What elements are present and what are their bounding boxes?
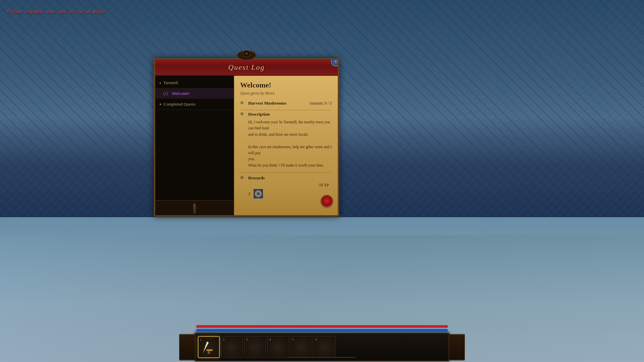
scroll-bar[interactable] [193, 202, 196, 214]
hotbar-slot-5[interactable]: 5 [290, 336, 312, 358]
panel-body: ♦ Tarnmill (1) Welcome! ♥ Completed Ques… [155, 76, 338, 215]
slot-6-number: 6 [315, 337, 317, 341]
description-title: Description [248, 112, 270, 117]
divider-1 [240, 110, 332, 110]
objectives-header: ⚙ Harvest Mushrooms Amount: 0 / 5 [240, 101, 332, 106]
quest-detail-title: Welcome! [240, 81, 332, 89]
objectives-title: Harvest Mushrooms [248, 101, 286, 106]
quest-detail-content: Welcome! Quest given by Herez ⚙ Harvest … [234, 76, 338, 215]
completed-icon: ♥ [159, 102, 162, 106]
slot-3-number: 3 [246, 337, 248, 341]
reward-icon-box [253, 189, 263, 199]
rewards-title: Rewards [248, 175, 265, 181]
hud-bar: 1 [0, 325, 644, 362]
quest-list-items: ♦ Tarnmill (1) Welcome! ♥ Completed Ques… [155, 76, 233, 200]
hotbar-slot-4[interactable]: 4 [267, 336, 289, 358]
objectives-icon: ⚙ [240, 101, 246, 106]
scroll-indicator [288, 357, 356, 358]
slot-4-number: 4 [269, 337, 271, 341]
quest-category-tarnmill[interactable]: ♦ Tarnmill [155, 77, 233, 88]
hotbar: 1 [195, 333, 449, 361]
rewards-header: ⚙ Rewards [240, 175, 332, 181]
description-text: Hi, I welcome you! In Tarnmill, the near… [240, 119, 332, 168]
quest-panel-inner: Quest Log × ♦ Tarnmill (1) Welcome! [154, 59, 339, 216]
svg-point-2 [245, 52, 248, 55]
panel-top-decoration [236, 49, 257, 60]
svg-rect-8 [208, 351, 210, 354]
reward-xp: 50 XP [240, 183, 332, 188]
divider-2 [240, 172, 332, 173]
hotbar-slot-2[interactable]: 2 [221, 336, 243, 358]
slot-5-number: 5 [292, 337, 294, 341]
rewards-icon: ⚙ [240, 175, 246, 181]
quest-list: ♦ Tarnmill (1) Welcome! ♥ Completed Ques… [155, 76, 234, 215]
quest-panel: Quest Log × ♦ Tarnmill (1) Welcome! [154, 59, 339, 216]
svg-point-5 [257, 193, 259, 195]
close-button[interactable]: × [331, 59, 339, 66]
quest-rewards-section: ⚙ Rewards 50 XP 2 [240, 175, 332, 200]
slot-2-number: 2 [223, 337, 225, 341]
reward-count: 2 [248, 191, 251, 196]
quest-name: Welcome! [172, 91, 190, 96]
tarnmill-label: Tarnmill [163, 80, 178, 85]
reward-item: 2 [240, 188, 332, 200]
health-mana-bars [195, 325, 449, 331]
tarnmill-icon: ♦ [159, 81, 161, 85]
hotbar-slot-1[interactable]: 1 [198, 336, 220, 358]
description-header: ⚙ Description [240, 112, 332, 117]
debug-text: TEXTURE STREAMING POOL OVER 102.507 MB B… [7, 10, 107, 14]
quest-amount: Amount: 0 / 5 [309, 101, 332, 106]
description-icon: ⚙ [240, 112, 246, 117]
quest-objectives-section: ⚙ Harvest Mushrooms Amount: 0 / 5 [240, 101, 332, 106]
mp-bar [196, 329, 448, 331]
panel-header: Quest Log × [155, 60, 338, 76]
scroll-thumb [193, 204, 196, 214]
completed-label: Completed Quests [164, 102, 196, 107]
quest-detail-panel: Welcome! Quest given by Herez ⚙ Harvest … [234, 76, 338, 215]
hotbar-slot-6[interactable]: 6 [314, 336, 335, 358]
quest-list-bottom [155, 200, 233, 215]
slot-1-number: 1 [200, 338, 202, 342]
quest-item-welcome[interactable]: (1) Welcome! [155, 88, 233, 99]
quest-description-section: ⚙ Description Hi, I welcome you! In Tarn… [240, 112, 332, 168]
hotbar-slot-3[interactable]: 3 [244, 336, 266, 358]
wax-seal [321, 195, 333, 207]
quest-category-completed[interactable]: ♥ Completed Quests [155, 99, 233, 110]
panel-title: Quest Log [228, 63, 265, 71]
quest-giver: Quest given by Herez [240, 91, 332, 96]
hp-bar [196, 325, 448, 328]
svg-rect-7 [207, 349, 213, 351]
quest-number: (1) [163, 91, 168, 96]
